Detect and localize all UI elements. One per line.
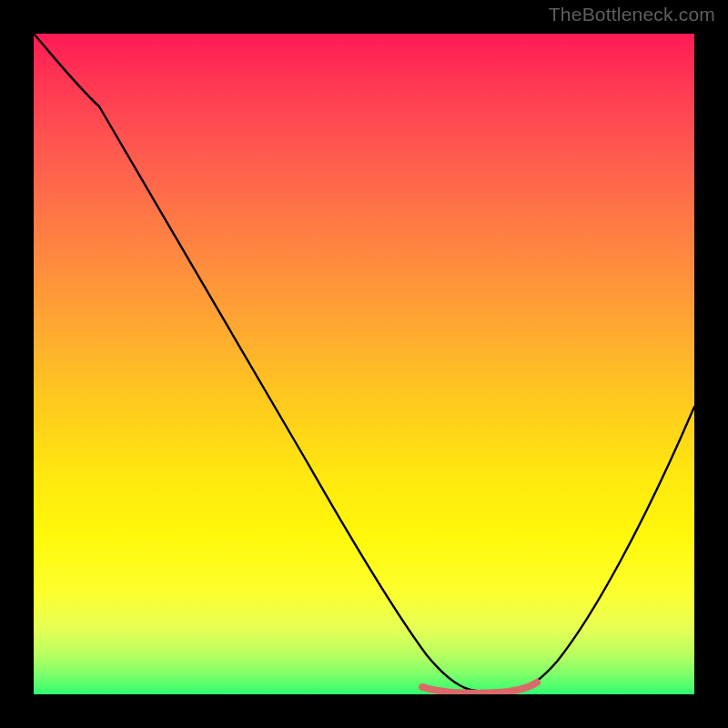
chart-frame: TheBottleneck.com [0,0,728,728]
watermark-text: TheBottleneck.com [549,4,715,25]
curve-layer [34,34,694,694]
highlight-segment-path [422,682,537,693]
main-curve-path [34,34,694,693]
plot-area [34,34,694,694]
